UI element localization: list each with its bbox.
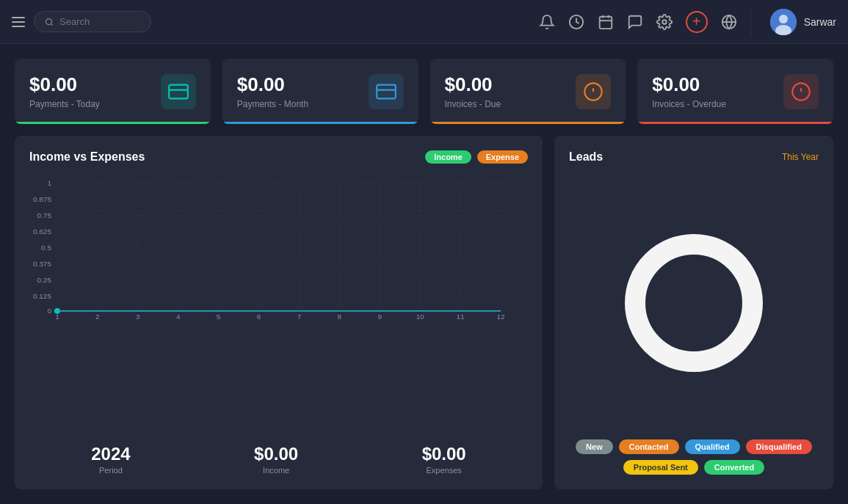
leads-title: Leads xyxy=(569,150,603,164)
svg-text:0.625: 0.625 xyxy=(33,227,51,235)
svg-text:3: 3 xyxy=(136,313,140,319)
stat-expenses-label: Expenses xyxy=(422,466,466,475)
chart-stats: 2024 Period $0.00 Income $0.00 Expenses xyxy=(29,431,528,475)
kpi-payments-month[interactable]: $0.00 Payments - Month xyxy=(222,59,418,124)
notifications-icon[interactable] xyxy=(539,14,555,30)
donut-container xyxy=(569,172,819,434)
globe-icon[interactable] xyxy=(721,14,737,30)
kpi-label-overdue: Invoices - Overdue xyxy=(652,99,726,109)
legend-new[interactable]: New xyxy=(576,439,613,454)
stat-expenses-value: $0.00 xyxy=(422,444,466,464)
kpi-invoices-due[interactable]: $0.00 Invoices - Due xyxy=(430,59,626,124)
kpi-amount-today: $0.00 xyxy=(29,73,100,96)
svg-text:7: 7 xyxy=(297,313,302,319)
svg-rect-3 xyxy=(599,16,612,28)
svg-text:0.25: 0.25 xyxy=(37,276,52,284)
kpi-label-today: Payments - Today xyxy=(29,99,100,109)
svg-text:0.125: 0.125 xyxy=(33,292,51,300)
svg-text:0: 0 xyxy=(47,307,51,315)
chart-legend: Income Expense xyxy=(425,150,528,164)
kpi-payments-today[interactable]: $0.00 Payments - Today xyxy=(15,59,211,124)
avatar[interactable] xyxy=(770,9,797,35)
legend-qualified[interactable]: Qualified xyxy=(685,439,740,454)
kpi-invoices-overdue[interactable]: $0.00 Invoices - Overdue xyxy=(637,59,833,124)
stat-income: $0.00 Income xyxy=(254,444,298,475)
stat-expenses: $0.00 Expenses xyxy=(422,444,466,475)
svg-point-11 xyxy=(779,15,788,23)
income-legend-chip[interactable]: Income xyxy=(425,150,471,164)
legend-disqualified[interactable]: Disqualified xyxy=(746,439,812,454)
svg-rect-15 xyxy=(377,84,396,98)
svg-point-66 xyxy=(646,255,742,351)
expense-legend-chip[interactable]: Expense xyxy=(477,150,528,164)
stat-income-value: $0.00 xyxy=(254,444,298,464)
kpi-amount-due: $0.00 xyxy=(445,73,501,96)
payments-today-icon xyxy=(161,74,196,109)
kpi-amount-overdue: $0.00 xyxy=(652,73,726,96)
legend-contacted[interactable]: Contacted xyxy=(619,439,679,454)
leads-header: Leads This Year xyxy=(569,150,819,164)
header-actions: + Sarwar xyxy=(539,7,836,37)
payments-month-icon xyxy=(369,74,404,109)
svg-text:0.75: 0.75 xyxy=(37,211,52,219)
svg-text:0.375: 0.375 xyxy=(33,260,51,268)
svg-line-1 xyxy=(51,23,52,25)
svg-text:9: 9 xyxy=(378,313,383,319)
svg-text:10: 10 xyxy=(416,313,425,319)
clock-icon[interactable] xyxy=(568,14,584,30)
user-section: Sarwar xyxy=(764,9,836,35)
kpi-label-due: Invoices - Due xyxy=(445,99,501,109)
svg-text:4: 4 xyxy=(176,313,181,319)
legend-proposal[interactable]: Proposal Sent xyxy=(623,460,698,475)
stat-income-label: Income xyxy=(254,466,298,475)
stat-period: 2024 Period xyxy=(91,444,130,475)
svg-rect-13 xyxy=(169,84,188,98)
svg-text:11: 11 xyxy=(457,313,465,319)
donut-chart xyxy=(613,222,775,384)
kpi-row: $0.00 Payments - Today $0.00 Payments - … xyxy=(15,59,833,124)
svg-text:2: 2 xyxy=(95,313,100,319)
svg-point-7 xyxy=(662,20,667,24)
svg-text:12: 12 xyxy=(497,313,506,319)
leads-legend: New Contacted Qualified Disqualified Pro… xyxy=(569,439,819,475)
svg-text:8: 8 xyxy=(338,313,342,319)
top-header: + Sarwar xyxy=(0,0,848,44)
chat-icon[interactable] xyxy=(627,14,643,30)
legend-converted[interactable]: Converted xyxy=(704,460,764,475)
search-input[interactable] xyxy=(59,16,140,27)
income-chart-panel: Income vs Expenses Income Expense .grid-… xyxy=(15,136,543,489)
invoices-due-icon xyxy=(576,74,611,109)
calendar-icon[interactable] xyxy=(598,14,614,30)
search-icon xyxy=(45,17,54,27)
kpi-label-month: Payments - Month xyxy=(237,99,308,109)
main-content: $0.00 Payments - Today $0.00 Payments - … xyxy=(0,44,848,504)
search-box xyxy=(34,11,151,32)
header-divider xyxy=(750,7,751,37)
chart-header: Income vs Expenses Income Expense xyxy=(29,150,528,164)
svg-point-0 xyxy=(46,18,52,24)
svg-text:0.5: 0.5 xyxy=(41,244,51,252)
add-button[interactable]: + xyxy=(686,11,708,33)
svg-text:0.875: 0.875 xyxy=(33,195,51,203)
username-label: Sarwar xyxy=(804,16,836,28)
stat-period-value: 2024 xyxy=(91,444,130,464)
svg-text:1: 1 xyxy=(47,179,51,187)
svg-text:5: 5 xyxy=(217,313,221,319)
svg-text:6: 6 xyxy=(257,313,261,319)
leads-period: This Year xyxy=(782,152,819,162)
settings-icon[interactable] xyxy=(656,14,673,30)
leads-panel: Leads This Year New Contacted Qualified … xyxy=(554,136,833,489)
chart-title: Income vs Expenses xyxy=(29,150,145,164)
chart-svg: .grid-line { stroke: #3a4155; stroke-wid… xyxy=(29,172,528,319)
bottom-row: Income vs Expenses Income Expense .grid-… xyxy=(15,136,833,489)
chart-area: .grid-line { stroke: #3a4155; stroke-wid… xyxy=(29,172,528,420)
menu-button[interactable] xyxy=(12,17,25,27)
invoices-overdue-icon xyxy=(783,74,819,109)
stat-period-label: Period xyxy=(91,466,130,475)
kpi-amount-month: $0.00 xyxy=(237,73,308,96)
